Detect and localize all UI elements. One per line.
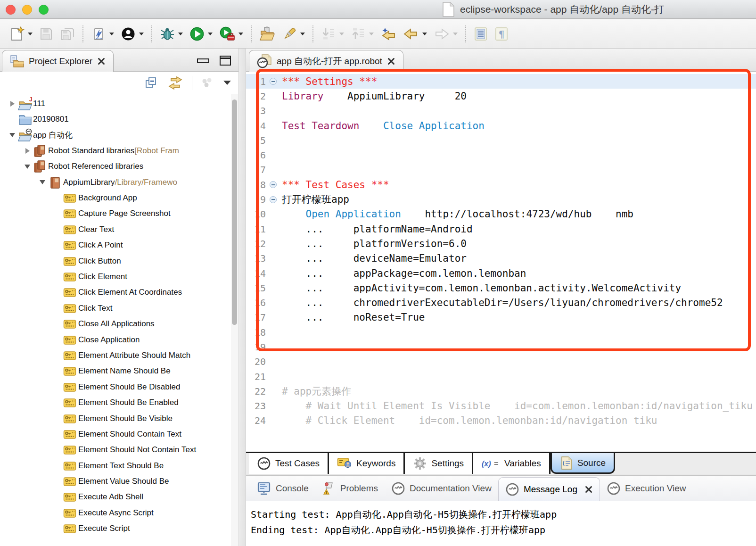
back-button[interactable] [401,25,429,43]
dropdown-arrow-icon[interactable] [238,33,243,35]
code-line-12[interactable]: 12 ... platformVersion=6.0 [246,236,756,251]
close-icon[interactable] [97,57,106,66]
code-line-11[interactable]: 11 ... platformName=Android [246,222,756,236]
editor-tab-source[interactable]: Source [551,453,615,474]
close-icon[interactable] [387,57,395,66]
fold-collapse-icon[interactable] [267,181,279,188]
code-line-13[interactable]: 13 ... deviceName=Emulator [246,251,756,266]
dropdown-arrow-icon[interactable] [422,33,427,35]
tree-item-element-attribute-should-match[interactable]: Element Attribute Should Match [0,347,238,363]
dropdown-arrow-icon[interactable] [178,33,183,35]
collapse-arrow-icon[interactable] [37,180,48,184]
source-editor[interactable]: 1*** Settings ***2Library AppiumLibrary … [246,72,756,452]
editor-tab-keywords[interactable]: Keywords [329,453,405,474]
minimize-window-button[interactable] [22,5,32,15]
tree-item-20190801[interactable]: 20190801 [0,111,238,127]
tree-item-element-should-be-disabled[interactable]: Element Should Be Disabled [0,379,238,395]
tree-item-element-should-contain-text[interactable]: Element Should Contain Text [0,426,238,442]
code-line-2[interactable]: 2Library AppiumLibrary 20 [246,89,756,103]
user-profile-button[interactable] [119,25,146,43]
code-line-4[interactable]: 4Test Teardown Close Application [246,118,756,133]
open-folder-button[interactable] [257,25,277,43]
tree-item-element-value-should-be[interactable]: Element Value Should Be [0,473,238,489]
last-edit-location-button[interactable] [378,25,398,43]
fold-collapse-icon[interactable] [267,196,279,203]
tree-item-app-自动化[interactable]: app 自动化 [0,127,238,143]
tree-item-clear-text[interactable]: Clear Text [0,222,238,237]
tree-item-close-all-applications[interactable]: Close All Applications [0,316,238,331]
tree-item-element-text-should-be[interactable]: Element Text Should Be [0,458,238,473]
link-with-editor-icon[interactable] [167,76,183,90]
code-line-3[interactable]: 3 [246,104,756,118]
minimize-panel-button[interactable] [197,58,209,63]
tree-item-close-application[interactable]: Close Application [0,332,238,347]
collapse-arrow-icon[interactable] [22,165,33,169]
dropdown-arrow-icon[interactable] [109,33,114,35]
zoom-window-button[interactable] [39,5,49,15]
tree-item-element-should-be-visible[interactable]: Element Should Be Visible [0,411,238,426]
editor-tab-variables[interactable]: (x)=Variables [473,453,551,474]
dropdown-arrow-icon[interactable] [208,33,213,35]
collapse-all-icon[interactable] [145,76,159,90]
collapse-arrow-icon[interactable] [7,133,18,137]
editor-tab-settings[interactable]: Settings [405,453,473,474]
tree-item-click-element[interactable]: Click Element [0,269,238,284]
new-wizard-button[interactable] [8,25,34,43]
code-line-23[interactable]: 23 # Wait Until Element Is Visible id=co… [246,399,756,414]
code-line-14[interactable]: 14 ... appPackage=com.lemon.lemonban [246,266,756,281]
code-line-6[interactable]: 6 [246,148,756,162]
view-tab-problems[interactable]: Problems [315,476,385,501]
code-line-15[interactable]: 15 ... appActivity=com.lemon.lemonban.ac… [246,281,756,295]
marker-button[interactable] [280,25,307,43]
mark-occurrences-button[interactable] [472,25,490,43]
expand-arrow-icon[interactable] [7,101,18,107]
run-button[interactable] [188,25,214,43]
editor-tab-test-cases[interactable]: Test Cases [249,453,329,474]
dropdown-arrow-icon[interactable] [139,33,144,35]
tree-item-capture-page-screenshot[interactable]: Capture Page Screenshot [0,206,238,222]
tree-item-robot-referenced-libraries[interactable]: Robot Referenced libraries [0,159,238,174]
code-line-10[interactable]: 10 Open Application http://localhost:472… [246,207,756,222]
view-tab-console[interactable]: Console [250,476,315,501]
tree-item-click-a-point[interactable]: Click A Point [0,238,238,253]
view-tab-message-log[interactable]: Message Log [498,477,600,501]
tab-editor-robot-file[interactable]: app 自动化-打开 app.robot [249,50,403,72]
close-window-button[interactable] [6,5,16,15]
run-config-button[interactable] [89,25,116,43]
code-line-24[interactable]: 24 # Click Element id=com.lemon.lemonban… [246,414,756,428]
tree-item-execute-async-script[interactable]: Execute Async Script [0,505,238,521]
view-tab-execution-view[interactable]: Execution View [600,476,693,501]
code-line-19[interactable]: 19 [246,339,756,354]
tree-item-background-app[interactable]: Background App [0,190,238,206]
expand-arrow-icon[interactable] [22,148,33,154]
tree-item-execute-adb-shell[interactable]: Execute Adb Shell [0,489,238,505]
code-line-17[interactable]: 17 ... noReset=True [246,310,756,325]
code-line-8[interactable]: 8*** Test Cases *** [246,177,756,192]
tree-item-robot-standard-libraries[interactable]: Robot Standard libraries [Robot Fram [0,143,238,158]
panel-sash[interactable] [238,49,246,546]
tree-item-execute-script[interactable]: Execute Script [0,521,238,537]
tree-item-appiumlibrary[interactable]: AppiumLibrary /Library/Framewo [0,174,238,190]
tree-scrollbar[interactable] [231,94,238,546]
show-whitespace-button[interactable]: ¶ [493,25,510,43]
view-menu-icon[interactable] [223,81,231,85]
code-line-5[interactable]: 5 [246,133,756,148]
code-line-7[interactable]: 7 [246,163,756,177]
tree-item-element-should-be-enabled[interactable]: Element Should Be Enabled [0,395,238,410]
dropdown-arrow-icon[interactable] [28,33,33,35]
code-line-21[interactable]: 21 [246,369,756,384]
tree-item-click-button[interactable]: Click Button [0,253,238,269]
code-line-20[interactable]: 20 [246,355,756,369]
tree-item-click-text[interactable]: Click Text [0,300,238,316]
code-line-16[interactable]: 16 ... chromedriverExecutableDir=/Users/… [246,295,756,310]
tree-scrollbar-thumb[interactable] [232,99,237,325]
tree-item-click-element-at-coordinates[interactable]: Click Element At Coordinates [0,285,238,300]
tab-project-explorer[interactable]: Project Explorer [2,50,114,72]
view-tab-documentation-view[interactable]: Documentation View [385,476,498,501]
tree-item-element-name-should-be[interactable]: Element Name Should Be [0,364,238,379]
code-line-9[interactable]: 9打开柠檬班app [246,192,756,207]
dropdown-arrow-icon[interactable] [300,33,305,35]
tree-item-element-should-not-contain-text[interactable]: Element Should Not Contain Text [0,442,238,458]
tree-item-111[interactable]: J111 [0,96,238,111]
code-line-18[interactable]: 18 [246,325,756,339]
